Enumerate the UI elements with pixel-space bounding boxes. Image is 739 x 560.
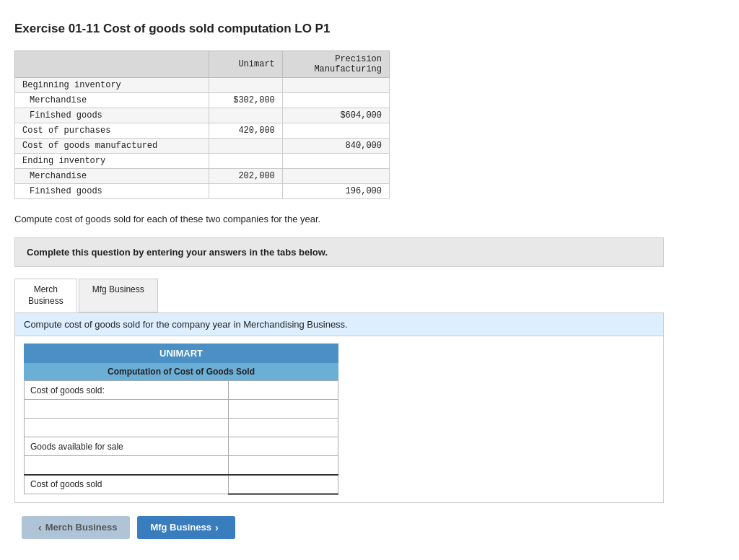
answer-input-cell[interactable]: [228, 419, 338, 437]
answer-input[interactable]: [235, 404, 332, 414]
question-box: Complete this question by entering your …: [14, 237, 664, 267]
row-label: Merchandise: [15, 169, 209, 184]
answer-input-cell[interactable]: [228, 381, 338, 400]
row-unimart: [209, 154, 283, 169]
answer-section: UNIMART Computation of Cost of Goods Sol…: [15, 336, 347, 502]
answer-row-5: [25, 456, 338, 475]
row-unimart: [209, 139, 283, 154]
row-unimart: 420,000: [209, 123, 283, 139]
row-unimart: [209, 78, 283, 93]
answer-input[interactable]: [235, 442, 332, 452]
table-row: Ending inventory: [15, 154, 390, 169]
answer-input[interactable]: [235, 460, 332, 470]
answer-input[interactable]: [235, 385, 332, 395]
row-precision: [282, 123, 389, 139]
tab-mfg-business[interactable]: Mfg Business: [79, 279, 158, 312]
row-label: Ending inventory: [15, 154, 209, 169]
answer-label: Goods available for sale: [25, 437, 229, 456]
answer-row-6: Cost of goods sold: [25, 475, 338, 494]
answer-row-1: Cost of goods sold:: [25, 381, 338, 400]
question-box-text: Complete this question by entering your …: [27, 247, 328, 258]
answer-label: [25, 400, 229, 419]
table-row: Cost of purchases 420,000: [15, 123, 390, 139]
row-label: Cost of goods manufactured: [15, 139, 209, 154]
answer-row-3: [25, 419, 338, 437]
row-label: Finished goods: [15, 184, 209, 199]
data-table-section: Unimart Precision Manufacturing Beginnin…: [14, 51, 390, 199]
row-precision: [282, 154, 389, 169]
answer-label: Cost of goods sold:: [25, 381, 229, 400]
row-label: Cost of purchases: [15, 123, 209, 139]
nav-buttons: ‹ Merch Business Mfg Business ›: [14, 516, 725, 539]
row-unimart: 202,000: [209, 169, 283, 184]
answer-label: [25, 456, 229, 475]
row-label: Finished goods: [15, 108, 209, 123]
data-table: Unimart Precision Manufacturing Beginnin…: [14, 51, 390, 199]
instruction-text: Compute cost of goods sold for each of t…: [14, 214, 725, 224]
answer-label: Cost of goods sold: [25, 475, 229, 494]
table-row: Finished goods $604,000: [15, 108, 390, 123]
row-unimart: [209, 184, 283, 199]
col-header-unimart: Unimart: [209, 51, 283, 78]
row-label: Merchandise: [15, 93, 209, 108]
row-label: Beginning inventory: [15, 78, 209, 93]
prev-button[interactable]: ‹ Merch Business: [22, 516, 130, 539]
row-precision: [282, 169, 389, 184]
answer-input-cell[interactable]: [228, 400, 338, 419]
prev-arrow-icon: ‹: [38, 522, 42, 533]
table-row: Merchandise $302,000: [15, 93, 390, 108]
next-button-label: Mfg Business: [150, 522, 211, 533]
answer-input[interactable]: [235, 479, 332, 489]
tab-content-area: Compute cost of goods sold for the compa…: [14, 312, 664, 503]
col-header-precision: Precision Manufacturing: [282, 51, 389, 78]
answer-row-4: Goods available for sale: [25, 437, 338, 456]
table-row: Merchandise 202,000: [15, 169, 390, 184]
col-header-label: [15, 51, 209, 78]
answer-input-cell[interactable]: [228, 475, 338, 494]
next-button[interactable]: Mfg Business ›: [137, 516, 235, 539]
answer-table-subtitle: Computation of Cost of Goods Sold: [24, 363, 338, 380]
table-row: Cost of goods manufactured 840,000: [15, 139, 390, 154]
tabs-row: Merch Business Mfg Business: [14, 279, 664, 312]
next-arrow-icon: ›: [215, 522, 219, 533]
answer-input-cell[interactable]: [228, 456, 338, 475]
answer-row-2: [25, 400, 338, 419]
row-unimart: [209, 108, 283, 123]
answer-label: [25, 419, 229, 437]
prev-button-label: Merch Business: [45, 522, 118, 533]
row-precision: $604,000: [282, 108, 389, 123]
table-row: Finished goods 196,000: [15, 184, 390, 199]
tab-description: Compute cost of goods sold for the compa…: [15, 313, 663, 336]
row-unimart: $302,000: [209, 93, 283, 108]
answer-input[interactable]: [235, 423, 332, 433]
row-precision: [282, 78, 389, 93]
answer-input-cell[interactable]: [228, 437, 338, 456]
table-row: Beginning inventory: [15, 78, 390, 93]
row-precision: 196,000: [282, 184, 389, 199]
row-precision: [282, 93, 389, 108]
row-precision: 840,000: [282, 139, 389, 154]
answer-table-title: UNIMART: [24, 344, 338, 363]
tab-merch-business[interactable]: Merch Business: [14, 279, 77, 312]
answer-table: Cost of goods sold:: [24, 380, 338, 495]
page-title: Exercise 01-11 Cost of goods sold comput…: [14, 22, 725, 36]
